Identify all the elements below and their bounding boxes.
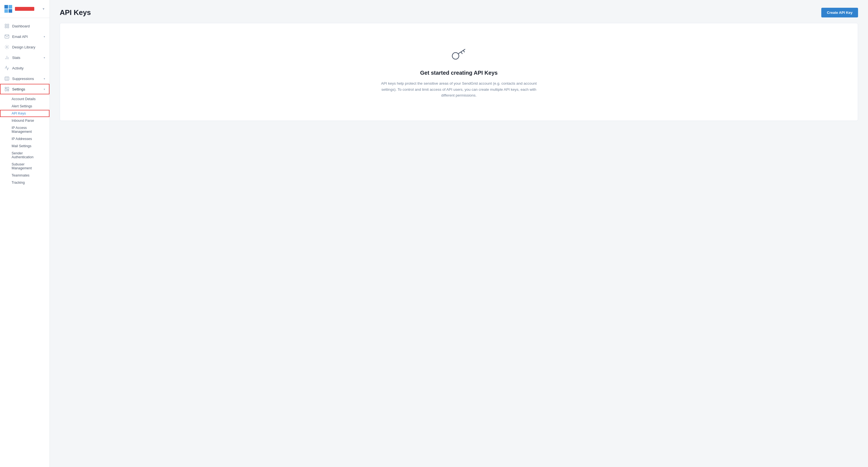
sidebar-item-settings[interactable]: Settings ▾ bbox=[0, 84, 50, 94]
settings-sub-nav: Account Details Alert Settings API Keys … bbox=[0, 94, 50, 188]
sidebar-item-activity[interactable]: Activity bbox=[0, 63, 50, 73]
svg-rect-17 bbox=[5, 89, 6, 91]
settings-icon bbox=[4, 87, 9, 92]
sidebar-item-account-details[interactable]: Account Details bbox=[0, 95, 50, 103]
suppressions-chevron-icon: ▾ bbox=[44, 77, 45, 80]
svg-rect-0 bbox=[4, 5, 8, 8]
sidebar-item-mail-settings[interactable]: Mail Settings bbox=[0, 143, 50, 150]
svg-rect-16 bbox=[5, 87, 6, 88]
svg-rect-19 bbox=[7, 90, 9, 91]
svg-point-9 bbox=[6, 47, 8, 48]
sidebar-item-subuser-management[interactable]: Subuser Management bbox=[0, 161, 50, 172]
svg-line-22 bbox=[463, 50, 464, 52]
svg-rect-2 bbox=[4, 9, 8, 13]
svg-line-23 bbox=[461, 52, 462, 54]
empty-state-card: Get started creating API Keys API keys h… bbox=[60, 23, 858, 121]
sidebar-nav: Dashboard Email API ▾ Design Library Sta… bbox=[0, 18, 50, 467]
key-icon-wrap bbox=[450, 46, 468, 63]
svg-rect-18 bbox=[7, 87, 9, 89]
sidebar-item-email-api[interactable]: Email API ▾ bbox=[0, 31, 50, 42]
svg-rect-7 bbox=[7, 27, 9, 28]
stats-chevron-icon: ▾ bbox=[44, 56, 45, 59]
sidebar-item-alert-settings[interactable]: Alert Settings bbox=[0, 103, 50, 110]
sidebar-item-settings-label: Settings bbox=[12, 87, 25, 91]
svg-rect-1 bbox=[8, 5, 12, 8]
email-api-chevron-icon: ▾ bbox=[44, 35, 45, 38]
sidebar-item-dashboard[interactable]: Dashboard bbox=[0, 21, 50, 31]
sidebar-logo[interactable]: ▼ bbox=[0, 0, 50, 18]
svg-rect-3 bbox=[8, 9, 12, 13]
sidebar-item-activity-label: Activity bbox=[12, 66, 24, 70]
logo-text-bar bbox=[15, 7, 34, 11]
sidebar-item-design-library[interactable]: Design Library bbox=[0, 42, 50, 52]
svg-rect-13 bbox=[5, 77, 9, 80]
sidebar: ▼ Dashboard Email API ▾ Design Library bbox=[0, 0, 50, 467]
main-header: API Keys Create API Key bbox=[50, 0, 868, 23]
empty-state-description: API keys help protect the sensitive area… bbox=[379, 81, 539, 98]
sidebar-item-design-library-label: Design Library bbox=[12, 45, 35, 49]
suppressions-icon bbox=[4, 76, 9, 81]
svg-rect-4 bbox=[5, 24, 6, 25]
sidebar-item-tracking[interactable]: Tracking bbox=[0, 179, 50, 186]
main-content: Get started creating API Keys API keys h… bbox=[50, 23, 868, 467]
settings-chevron-icon: ▾ bbox=[44, 88, 45, 91]
email-api-icon bbox=[4, 34, 9, 39]
svg-rect-6 bbox=[5, 27, 6, 28]
dashboard-icon bbox=[4, 24, 9, 29]
page-title: API Keys bbox=[60, 8, 91, 17]
sidebar-item-inbound-parse[interactable]: Inbound Parse bbox=[0, 117, 50, 124]
svg-rect-5 bbox=[7, 24, 9, 25]
sidebar-item-sender-authentication[interactable]: Sender Authentication bbox=[0, 150, 50, 161]
svg-point-20 bbox=[452, 53, 459, 59]
sidebar-item-teammates[interactable]: Teammates bbox=[0, 172, 50, 179]
design-library-icon bbox=[4, 45, 9, 50]
create-api-key-button[interactable]: Create API Key bbox=[821, 8, 858, 18]
sendgrid-logo-icon bbox=[4, 5, 12, 13]
activity-icon bbox=[4, 65, 9, 70]
sidebar-item-dashboard-label: Dashboard bbox=[12, 24, 30, 28]
sidebar-item-stats-label: Stats bbox=[12, 56, 21, 60]
key-icon bbox=[450, 46, 468, 63]
sidebar-item-ip-addresses[interactable]: IP Addresses bbox=[0, 135, 50, 143]
empty-state-title: Get started creating API Keys bbox=[420, 70, 498, 76]
sidebar-item-suppressions[interactable]: Suppressions ▾ bbox=[0, 73, 50, 84]
sidebar-item-ip-access-management[interactable]: IP Access Management bbox=[0, 124, 50, 135]
sidebar-item-api-keys[interactable]: API Keys bbox=[0, 110, 50, 117]
sidebar-item-suppressions-label: Suppressions bbox=[12, 77, 34, 81]
main-content-area: API Keys Create API Key Get started crea… bbox=[50, 0, 868, 467]
sidebar-item-email-api-label: Email API bbox=[12, 35, 28, 39]
sidebar-item-stats[interactable]: Stats ▾ bbox=[0, 52, 50, 63]
stats-icon bbox=[4, 55, 9, 60]
logo-chevron-icon: ▼ bbox=[42, 7, 45, 10]
